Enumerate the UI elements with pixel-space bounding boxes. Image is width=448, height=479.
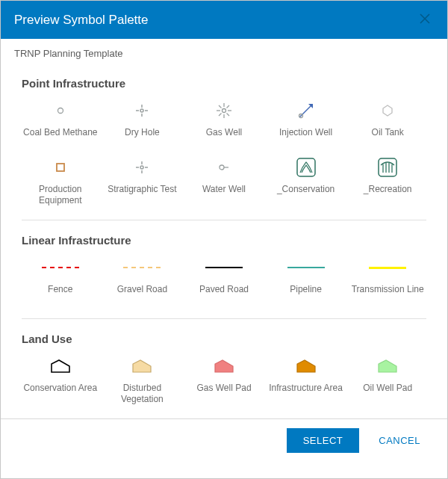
recreation-park-icon xyxy=(365,157,410,178)
symbol-coal-bed-methane[interactable]: Coal Bed Methane xyxy=(22,100,99,148)
template-name: TRNP Planning Template xyxy=(14,48,434,59)
symbol-gravel-road[interactable]: Gravel Road xyxy=(104,257,181,305)
symbol-label: Conservation Area xyxy=(23,383,97,404)
svg-line-11 xyxy=(219,105,222,108)
svg-marker-36 xyxy=(297,360,315,372)
symbol-label: Gas Well xyxy=(206,127,242,148)
symbol-label: _Conservation xyxy=(277,184,335,205)
symbol-conservation[interactable]: _Conservation xyxy=(267,157,345,206)
svg-line-13 xyxy=(226,105,229,108)
svg-point-6 xyxy=(222,109,225,113)
linear-symbol-grid: Fence Gravel Road Paved Road Pipeline Tr… xyxy=(22,257,426,305)
cancel-button[interactable]: CANCEL xyxy=(365,428,434,453)
paved-road-line-icon xyxy=(202,257,246,278)
close-icon[interactable] xyxy=(416,11,434,28)
polygon-swatch-icon xyxy=(119,356,164,377)
svg-marker-18 xyxy=(383,105,392,116)
symbol-label: Coal Bed Methane xyxy=(23,127,97,148)
symbol-label: Disturbed Vegetation xyxy=(104,383,181,405)
symbol-oil-well-pad[interactable]: Oil Well Pad xyxy=(349,356,426,405)
svg-line-14 xyxy=(219,114,222,117)
svg-rect-19 xyxy=(57,164,64,171)
symbol-label: _Recreation xyxy=(364,184,412,205)
divider xyxy=(22,318,426,319)
symbol-label: Gravel Road xyxy=(117,284,167,305)
svg-point-25 xyxy=(220,165,224,170)
section-title-point: Point Infrastructure xyxy=(22,77,426,90)
injection-well-icon xyxy=(284,100,329,121)
pipeline-line-icon xyxy=(284,257,329,278)
polygon-swatch-icon xyxy=(202,356,246,377)
symbol-water-well[interactable]: Water Well xyxy=(185,157,263,206)
svg-point-20 xyxy=(140,166,143,169)
production-equipment-icon xyxy=(38,157,83,178)
gas-well-icon xyxy=(202,100,246,121)
symbol-gas-well[interactable]: Gas Well xyxy=(185,100,263,148)
section-linear-infrastructure: Linear Infrastructure Fence Gravel Road … xyxy=(14,234,434,305)
symbol-label: Injection Well xyxy=(279,127,332,148)
symbol-oil-tank[interactable]: Oil Tank xyxy=(349,100,426,148)
symbol-label: Stratigraphic Test xyxy=(108,184,177,205)
symbol-label: Oil Tank xyxy=(372,127,404,148)
symbol-production-equipment[interactable]: Production Equipment xyxy=(22,157,99,206)
svg-rect-28 xyxy=(379,158,396,176)
section-title-linear: Linear Infrastructure xyxy=(22,234,426,247)
symbol-label: Transmission Line xyxy=(352,284,424,305)
dialog-header: Preview Symbol Palette xyxy=(1,1,447,39)
section-title-landuse: Land Use xyxy=(22,333,426,345)
gravel-road-line-icon xyxy=(119,257,164,278)
transmission-line-icon xyxy=(365,257,410,278)
svg-line-12 xyxy=(226,114,229,117)
symbol-recreation[interactable]: _Recreation xyxy=(349,157,426,206)
symbol-transmission-line[interactable]: Transmission Line xyxy=(349,257,426,305)
polygon-swatch-icon xyxy=(38,356,83,377)
symbol-pipeline[interactable]: Pipeline xyxy=(267,257,345,305)
oil-tank-icon xyxy=(365,100,410,121)
symbol-stratigraphic-test[interactable]: Stratigraphic Test xyxy=(104,157,181,206)
symbol-conservation-area[interactable]: Conservation Area xyxy=(22,356,99,405)
symbol-paved-road[interactable]: Paved Road xyxy=(185,257,263,305)
symbol-label: Infrastructure Area xyxy=(269,383,343,404)
svg-marker-35 xyxy=(215,360,233,372)
symbol-injection-well[interactable]: Injection Well xyxy=(267,100,345,148)
dialog-body: TRNP Planning Template Point Infrastruct… xyxy=(1,39,447,405)
svg-marker-33 xyxy=(52,360,69,372)
water-well-icon xyxy=(202,157,246,178)
symbol-label: Dry Hole xyxy=(125,127,160,148)
symbol-label: Production Equipment xyxy=(22,184,99,206)
svg-rect-27 xyxy=(297,158,315,176)
polygon-swatch-icon xyxy=(284,356,329,377)
point-symbol-grid: Coal Bed Methane Dry Hole Gas Well Injec… xyxy=(22,100,426,206)
symbol-gas-well-pad[interactable]: Gas Well Pad xyxy=(185,356,263,405)
landuse-symbol-grid: Conservation Area Disturbed Vegetation G… xyxy=(22,356,426,405)
dialog-footer: SELECT CANCEL xyxy=(1,418,447,462)
symbol-fence[interactable]: Fence xyxy=(22,257,99,305)
dialog-title: Preview Symbol Palette xyxy=(14,13,149,28)
symbol-disturbed-vegetation[interactable]: Disturbed Vegetation xyxy=(104,356,181,405)
svg-point-0 xyxy=(57,108,63,114)
stratigraphic-test-icon xyxy=(119,157,164,178)
symbol-label: Paved Road xyxy=(199,284,249,305)
fence-line-icon xyxy=(38,257,83,278)
symbol-label: Oil Well Pad xyxy=(363,383,412,404)
section-point-infrastructure: Point Infrastructure Coal Bed Methane Dr… xyxy=(14,77,434,206)
symbol-dry-hole[interactable]: Dry Hole xyxy=(104,100,181,148)
svg-point-1 xyxy=(140,109,143,112)
symbol-infrastructure-area[interactable]: Infrastructure Area xyxy=(267,356,345,405)
symbol-label: Pipeline xyxy=(290,284,322,305)
symbol-label: Fence xyxy=(48,284,72,305)
svg-marker-37 xyxy=(379,360,396,372)
svg-marker-34 xyxy=(133,360,151,372)
conservation-park-icon xyxy=(284,157,329,178)
coal-bed-methane-icon xyxy=(38,100,83,121)
polygon-swatch-icon xyxy=(365,356,410,377)
symbol-label: Gas Well Pad xyxy=(196,383,251,404)
divider xyxy=(22,220,426,220)
dry-hole-icon xyxy=(119,100,164,121)
section-land-use: Land Use Conservation Area Disturbed Veg… xyxy=(14,333,434,405)
select-button[interactable]: SELECT xyxy=(287,428,360,453)
svg-line-15 xyxy=(299,105,311,117)
symbol-label: Water Well xyxy=(202,184,246,205)
